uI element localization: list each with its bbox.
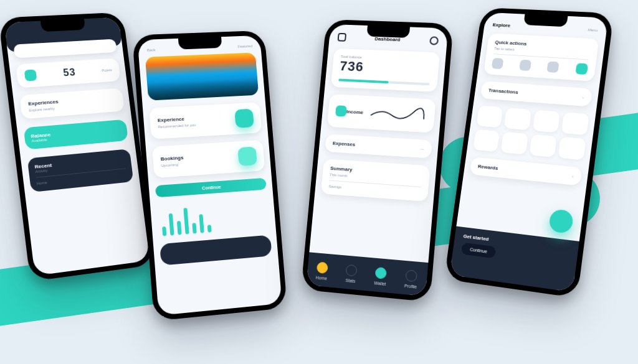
device-notch: [40, 19, 85, 32]
fab-button[interactable]: [548, 208, 574, 234]
item-subtitle: Upcoming: [161, 162, 184, 167]
device-notch: [523, 14, 568, 27]
stat-icon: [24, 69, 37, 81]
experiences-card[interactable]: Experiences Explore nearby: [19, 88, 125, 119]
grid-tile[interactable]: [532, 110, 560, 133]
action-icon[interactable]: [492, 58, 504, 69]
continue-button[interactable]: Continue: [461, 243, 497, 259]
profile-icon[interactable]: [429, 36, 439, 45]
brand-title: Explore: [492, 22, 510, 29]
phone-mockup-3: Dashboard Total balance 736 Income Expen…: [301, 19, 454, 302]
bottom-pill[interactable]: [160, 235, 272, 265]
grid-tile[interactable]: [501, 132, 528, 155]
mockup-stage: 53 Points Experiences Explore nearby Bal…: [0, 0, 638, 364]
row-icon: [335, 105, 347, 116]
stat-value: 53: [62, 67, 76, 78]
grid-tile[interactable]: [558, 137, 586, 161]
footer-label: Home: [37, 172, 127, 185]
grid-tiles: [473, 105, 589, 160]
row-expenses[interactable]: Expenses —: [325, 134, 432, 158]
menu-icon[interactable]: [338, 33, 347, 42]
list-item-bookings[interactable]: Bookings Upcoming: [152, 140, 265, 178]
list-label: Transactions: [488, 88, 518, 95]
stat-label: Points: [102, 68, 112, 72]
grid-tile[interactable]: [504, 108, 531, 130]
phone-mockup-4: Explore Menu Quick actions Tap to select…: [444, 7, 614, 298]
item-subtitle: Recommended for you: [158, 123, 196, 129]
screen-3: Dashboard Total balance 736 Income Expen…: [306, 24, 448, 296]
item-title: Bookings: [160, 155, 183, 162]
activity-chart: [156, 197, 270, 236]
progress-bar: [338, 78, 430, 85]
grid-tile[interactable]: [476, 105, 503, 128]
action-icon[interactable]: [547, 61, 559, 73]
row-income[interactable]: Income: [327, 94, 436, 133]
tab-stats[interactable]: Stats: [345, 264, 357, 284]
row-label: Expenses: [333, 141, 356, 147]
grid-tile[interactable]: [529, 134, 557, 157]
screen-1: 53 Points Experiences Explore nearby Bal…: [4, 17, 150, 276]
tab-wallet[interactable]: Wallet: [374, 267, 388, 286]
action-icon[interactable]: [519, 60, 531, 71]
screen-4: Explore Menu Quick actions Tap to select…: [449, 12, 608, 292]
balance-card[interactable]: Balance Available: [24, 119, 128, 150]
recent-card[interactable]: Recent Activity Home: [27, 149, 134, 192]
device-notch: [366, 26, 410, 38]
sparkline: [368, 105, 428, 124]
tab-bar: Home Stats Wallet Profile: [306, 252, 428, 296]
list-item-rewards[interactable]: Rewards ›: [470, 157, 583, 185]
hero-image[interactable]: [145, 52, 259, 100]
list-item-transactions[interactable]: Transactions ›: [480, 81, 593, 106]
cta-button[interactable]: Continue: [155, 178, 267, 198]
phone-mockup-2: Back Featured Experience Recommended for…: [132, 30, 287, 321]
hero-label: Featured: [237, 44, 252, 49]
tab-home[interactable]: Home: [316, 262, 329, 281]
action-button[interactable]: [234, 109, 254, 128]
action-icon[interactable]: [575, 63, 588, 75]
stat-card[interactable]: 53 Points: [16, 58, 121, 88]
device-notch: [178, 37, 222, 49]
back-button[interactable]: Back: [147, 48, 156, 52]
tab-profile[interactable]: Profile: [404, 269, 418, 289]
metric-value: 736: [339, 58, 431, 78]
grid-tile[interactable]: [473, 129, 500, 152]
grid-tile[interactable]: [561, 112, 589, 135]
summary-card[interactable]: Summary This month Savings: [321, 159, 431, 202]
list-item-experience[interactable]: Experience Recommended for you: [149, 102, 262, 139]
menu-link[interactable]: Menu: [588, 28, 598, 32]
list-label: Rewards: [477, 164, 498, 171]
row-label: Income: [346, 108, 364, 114]
item-title: Experience: [158, 116, 196, 123]
bottom-sheet: Get started Continue: [449, 226, 579, 292]
phone-mockup-1: 53 Points Experiences Explore nearby Bal…: [0, 12, 155, 282]
metric-card: Total balance 736: [331, 49, 440, 92]
action-button[interactable]: [237, 146, 257, 166]
screen-2: Back Featured Experience Recommended for…: [138, 35, 282, 315]
actions-card: Quick actions Tap to select: [483, 33, 599, 82]
